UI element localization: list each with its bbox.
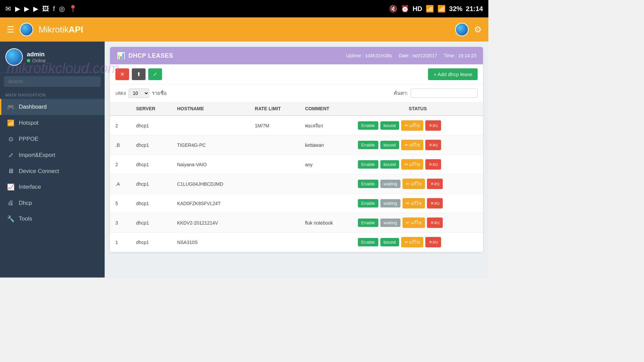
enable-button[interactable]: Enable [358,199,378,207]
cell-comment [300,194,353,213]
deviceconnect-icon: 🖥 [7,168,15,175]
music-icon: ◎ [59,5,65,13]
delete-button[interactable]: ✕ลบ [425,140,441,150]
delete-button[interactable]: ✕ลบ [425,237,441,247]
sidebar-item-deviceconnect[interactable]: 🖥 Device Connect [0,163,105,179]
settings-icon[interactable]: ⚙ [474,24,482,35]
header-globe-icon [20,23,33,36]
sidebar-item-dashboard[interactable]: 🎮 Dashboard [0,99,105,115]
chart-icon: 📊 [117,52,125,60]
cell-status: Enable bound ✏ แก้ไข ✕ลบ [353,135,483,155]
app-title: MikrotikAPI [39,24,83,35]
cell-status: Enable waiting ✏ แก้ไข ✕ลบ [353,213,483,233]
content-area: 📊 DHCP LEASES Uptime : 1d4h31m38s Date :… [105,42,488,278]
export-toolbar-button[interactable]: ⬆ [132,68,146,80]
cell-num: .B [110,135,131,155]
pppoe-icon: ⊙ [7,135,15,143]
sidebar-item-pppoe[interactable]: ⊙ PPPOE [0,131,105,147]
search-label: ค้นหา: [394,88,478,98]
table-row: 5 dhcp1 KAD0FZK8SFVL24T Enable waiting ✏… [110,194,483,213]
hotspot-icon: 📶 [7,119,15,127]
status-button[interactable]: waiting [380,180,400,188]
header-globe-icon2 [455,23,469,36]
card-header: 📊 DHCP LEASES Uptime : 1d4h31m38s Date :… [110,47,483,64]
sidebar-item-importexport[interactable]: ⤢ Import&Export [0,147,105,163]
cell-comment: fluk notebook [300,213,353,233]
enable-button[interactable]: Enable [358,219,378,227]
dhcp-icon: 🖨 [7,199,15,206]
edit-button[interactable]: ✏ แก้ไข [401,159,424,170]
cell-server: dhcp1 [131,116,172,135]
avatar [5,48,23,66]
cell-status: Enable waiting ✏ แก้ไข ✕ลบ [353,194,483,213]
edit-button[interactable]: ✏ แก้ไข [402,218,425,228]
photo-icon: 🖼 [42,5,49,13]
cell-comment: พ่อเสถียร [300,116,353,135]
enable-button[interactable]: Enable [358,141,378,149]
maps-icon: 📍 [69,5,77,13]
enable-button[interactable]: Enable [358,238,378,246]
hd-icon: HD [413,5,422,13]
delete-button[interactable]: ✕ลบ [427,218,443,228]
table-row: 2 dhcp1 1M/7M พ่อเสถียร Enable bound ✏ แ… [110,116,483,135]
youtube-icon2: ▶ [24,5,29,13]
mute-icon: 🔇 [389,5,397,13]
edit-button[interactable]: ✏ แก้ไข [401,140,424,150]
status-button[interactable]: bound [380,238,399,246]
col-server: SERVER [131,102,172,116]
status-bar-left: ✉ ▶ ▶ ▶ 🖼 f ◎ 📍 [5,5,77,13]
sidebar-item-tools[interactable]: 🔧 Tools [0,211,105,227]
enable-button[interactable]: Enable [358,121,378,130]
cell-ratelimit [250,155,300,174]
edit-button[interactable]: ✏ แก้ไข [401,237,424,247]
enable-button[interactable]: Enable [358,180,378,188]
delete-button[interactable]: ✕ลบ [425,159,441,170]
hamburger-button[interactable]: ☰ [7,24,14,35]
table-controls: เสดง 10 25 50 100 รายชื่อ ค้นหา: [110,84,483,102]
cell-comment [300,233,353,252]
sidebar-item-label: Interface [19,184,41,190]
sidebar-item-dhcp[interactable]: 🖨 Dhcp [0,195,105,211]
importexport-icon: ⤢ [7,152,15,159]
user-status: Online [27,58,46,63]
sidebar-search-input[interactable] [4,76,101,87]
cell-server: dhcp1 [131,155,172,174]
per-page-select[interactable]: 10 25 50 100 [128,88,149,98]
app-header: ☰ MikrotikAPI ⚙ [0,17,488,42]
delete-button[interactable]: ✕ลบ [425,120,441,131]
delete-button[interactable]: ✕ลบ [427,198,443,208]
cell-num: 2 [110,155,131,174]
cell-ratelimit [250,233,300,252]
cell-num: 3 [110,213,131,233]
sidebar-item-hotspot[interactable]: 📶 Hotspot [0,115,105,131]
cell-ratelimit [250,213,300,233]
delete-button[interactable]: ✕ลบ [427,179,443,189]
cell-status: Enable bound ✏ แก้ไข ✕ลบ [353,155,483,174]
card-header-meta: Uptime : 1d4h31m38s Date : oct/12/2017 T… [346,53,476,58]
enable-button[interactable]: Enable [358,160,378,169]
status-button[interactable]: bound [380,160,399,169]
table-header-row: SERVER HOSTNAME RATE LIMIT COMMENT STATU… [110,102,483,116]
user-name: admin [27,51,46,58]
cell-ratelimit: 1M/7M [250,116,300,135]
add-dhcp-lease-button[interactable]: + Add dhcp lease [428,68,478,80]
status-button[interactable]: bound [380,121,399,130]
cell-server: dhcp1 [131,233,172,252]
cell-ratelimit [250,194,300,213]
cell-server: dhcp1 [131,174,172,194]
edit-button[interactable]: ✏ แก้ไข [402,179,425,189]
cell-status: Enable bound ✏ แก้ไข ✕ลบ [353,233,483,252]
status-button[interactable]: bound [380,141,399,149]
online-dot [27,59,30,62]
delete-toolbar-button[interactable]: ✕ [115,68,129,80]
main-layout: admin Online MAIN NAVIGATION 🎮 Dashboard… [0,42,488,278]
status-button[interactable]: waiting [380,199,400,207]
cell-num: 1 [110,233,131,252]
table-search-input[interactable] [411,88,478,98]
app-header-left: ☰ MikrotikAPI [7,23,83,36]
add-toolbar-button[interactable]: ✓ [148,68,162,80]
sidebar-item-interface[interactable]: 📈 Interface [0,179,105,195]
edit-button[interactable]: ✏ แก้ไข [401,120,424,131]
status-button[interactable]: waiting [380,219,400,227]
edit-button[interactable]: ✏ แก้ไข [402,198,425,208]
